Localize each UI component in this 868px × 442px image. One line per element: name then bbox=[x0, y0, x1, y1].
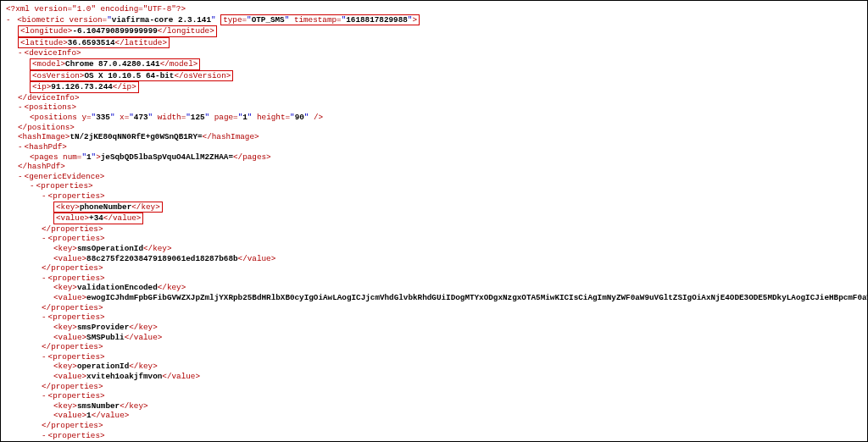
fold-toggle[interactable]: - bbox=[6, 15, 13, 25]
xml-line: -<properties> bbox=[6, 181, 862, 191]
xml-line: <key>smsOperationId</key> bbox=[6, 244, 862, 254]
highlight-box: <osVersion>OS X 10.10.5 64-bit</osVersio… bbox=[30, 70, 233, 82]
biometric-type: OTP_SMS bbox=[252, 15, 285, 25]
prop-key: phoneNumber bbox=[80, 202, 131, 212]
hashpdf-value: jeSqbQD5lbaSpVquO4ALlM2ZHAA= bbox=[101, 152, 233, 162]
prop-value: SMSPubli bbox=[86, 333, 125, 342]
xml-line: <ip>91.126.73.244</ip> bbox=[6, 81, 862, 93]
xml-line: -<properties> bbox=[6, 391, 862, 401]
xml-line: </hashPdf> bbox=[6, 162, 862, 172]
xml-line: -<properties> bbox=[6, 431, 862, 441]
highlight-box: <longitude>-6.104790899999999</longitude… bbox=[18, 25, 217, 37]
xml-line: -<positions> bbox=[6, 102, 862, 113]
xml-line: <key>smsProvider</key> bbox=[6, 323, 862, 333]
xml-line: <pages num="1">jeSqbQD5lbaSpVquO4ALlM2ZH… bbox=[6, 152, 862, 163]
highlight-box: <ip>91.126.73.244</ip> bbox=[30, 81, 139, 93]
fold-toggle[interactable]: - bbox=[30, 181, 36, 191]
device-os: OS X 10.10.5 64-bit bbox=[84, 71, 174, 80]
fold-toggle[interactable]: - bbox=[42, 312, 48, 322]
device-ip: 91.126.73.244 bbox=[51, 82, 113, 91]
xml-line: -<genericEvidence> bbox=[6, 172, 862, 182]
fold-toggle[interactable]: - bbox=[42, 273, 48, 283]
xml-line: <value>88c275f22038479189061ed18287b68b<… bbox=[6, 254, 862, 264]
xml-line: </properties> bbox=[6, 342, 862, 352]
xml-line: <key>phoneNumber</key> bbox=[6, 202, 862, 213]
fold-toggle[interactable]: - bbox=[18, 172, 25, 181]
xml-line: <osVersion>OS X 10.10.5 64-bit</osVersio… bbox=[6, 70, 862, 82]
prop-key: smsProvider bbox=[77, 323, 129, 332]
xml-line: </positions> bbox=[6, 123, 862, 133]
highlight-box: <model>Chrome 87.0.4280.141</model> bbox=[30, 58, 200, 70]
xml-line: </properties> bbox=[6, 263, 862, 273]
xml-line: <key>validationEncoded</key> bbox=[6, 283, 862, 293]
biometric-timestamp: 1618817829988 bbox=[346, 15, 408, 25]
xml-line: </deviceInfo> bbox=[6, 93, 862, 103]
xml-line: </properties> bbox=[6, 382, 862, 392]
prop-key: smsNumber bbox=[77, 401, 120, 411]
xml-declaration: <?xml version="1.0" encoding="UTF-8"?> bbox=[6, 4, 186, 14]
prop-value: ewogICJhdmFpbGFibGVWZXJpZmljYXRpb25BdHRl… bbox=[86, 293, 868, 302]
fold-toggle[interactable]: - bbox=[42, 191, 48, 201]
xml-line: -<deviceInfo> bbox=[6, 48, 862, 58]
xml-line: <value>+34</value> bbox=[6, 213, 862, 224]
fold-toggle[interactable]: - bbox=[42, 431, 48, 440]
xml-line: <?xml version="1.0" encoding="UTF-8"?> bbox=[6, 4, 862, 14]
highlight-box: <value>+34</value> bbox=[53, 213, 143, 224]
biometric-version: viafirma-core 2.3.141 bbox=[112, 15, 211, 25]
xml-line: <key>smsNumber</key> bbox=[6, 401, 862, 412]
xml-line: <key>operationId</key> bbox=[6, 362, 862, 372]
fold-toggle[interactable]: - bbox=[42, 352, 48, 362]
xml-line: <positions y="335" x="473" width="125" p… bbox=[6, 113, 862, 123]
fold-toggle[interactable]: - bbox=[42, 234, 48, 243]
longitude-value: -6.104790899999999 bbox=[72, 26, 157, 36]
fold-toggle[interactable]: - bbox=[18, 102, 25, 112]
xml-line: -<properties> bbox=[6, 312, 862, 323]
fold-toggle[interactable]: - bbox=[18, 48, 25, 58]
prop-key: operationId bbox=[77, 362, 129, 371]
xml-line: <latitude>36.6593514</latitude> bbox=[6, 37, 862, 49]
xml-line: </properties> bbox=[6, 421, 862, 431]
hashimage-value: tN/2jKE80qNN0RfE+g0WSnQB1RY= bbox=[70, 132, 202, 141]
prop-key: validationEncoded bbox=[77, 283, 158, 292]
xml-line: - <biometric version="viafirma-core 2.3.… bbox=[6, 14, 862, 26]
xml-line: -<properties> bbox=[6, 273, 862, 284]
xml-line: <value>ewogICJhdmFpbGFibGVWZXJpZmljYXRpb… bbox=[6, 293, 862, 303]
fold-toggle[interactable]: - bbox=[18, 142, 25, 152]
highlight-box: <key>phoneNumber</key> bbox=[53, 202, 163, 213]
xml-line: <longitude>-6.104790899999999</longitude… bbox=[6, 25, 862, 37]
prop-key: smsOperationId bbox=[77, 244, 143, 253]
xml-line: <hashImage>tN/2jKE80qNN0RfE+g0WSnQB1RY=<… bbox=[6, 132, 862, 142]
xml-line: </properties> bbox=[6, 224, 862, 235]
highlight-box: <latitude>36.6593514</latitude> bbox=[18, 37, 170, 49]
prop-value: +34 bbox=[89, 213, 103, 223]
prop-value: xviteh1oakjfmvon bbox=[86, 372, 162, 381]
xml-line: -<hashPdf> bbox=[6, 142, 862, 152]
xml-line: -<properties> bbox=[6, 352, 862, 362]
latitude-value: 36.6593514 bbox=[68, 38, 115, 47]
xml-line: <value>1</value> bbox=[6, 411, 862, 421]
xml-line: -<properties> bbox=[6, 234, 862, 244]
xml-line: <value>xviteh1oakjfmvon</value> bbox=[6, 372, 862, 382]
xml-line: </properties> bbox=[6, 303, 862, 313]
xml-line: <model>Chrome 87.0.4280.141</model> bbox=[6, 58, 862, 70]
prop-value: 88c275f22038479189061ed18287b68b bbox=[86, 254, 238, 263]
xml-line: <value>SMSPubli</value> bbox=[6, 333, 862, 343]
xml-line: -<properties> bbox=[6, 191, 862, 202]
device-model: Chrome 87.0.4280.141 bbox=[65, 59, 160, 69]
highlight-box: type="OTP_SMS" timestamp="1618817829988"… bbox=[220, 14, 420, 26]
fold-toggle[interactable]: - bbox=[42, 391, 48, 401]
